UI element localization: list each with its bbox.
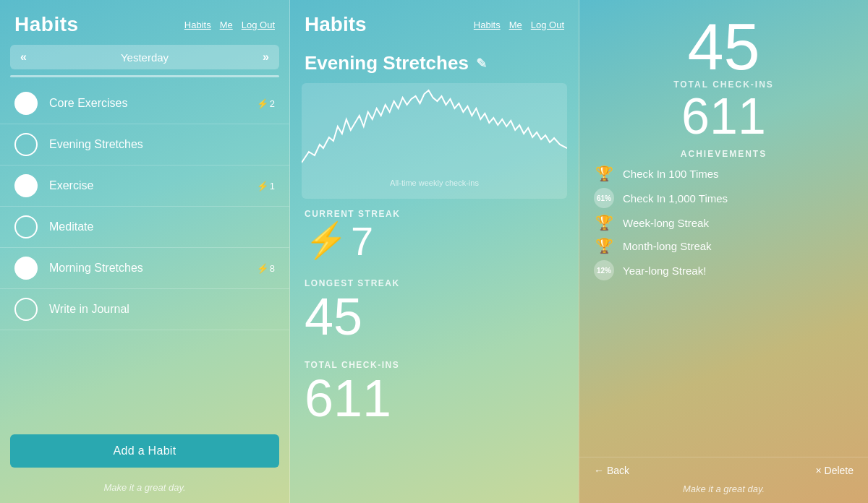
date-next-arrow[interactable]: » xyxy=(263,51,269,64)
trophy-icon: 🏆 xyxy=(594,165,614,182)
chart-label: All-time weekly check-ins xyxy=(302,177,567,192)
achievement-item: 12%Year-long Streak! xyxy=(594,260,854,280)
date-label: Yesterday xyxy=(121,51,169,64)
right-top-number: 45 xyxy=(579,0,868,79)
add-habit-button[interactable]: Add a Habit xyxy=(10,434,279,468)
habit-circle xyxy=(14,215,38,238)
back-link[interactable]: ← Back xyxy=(594,465,629,476)
middle-nav-logout[interactable]: Log Out xyxy=(531,20,564,30)
habit-name: Meditate xyxy=(49,220,275,233)
habit-name: Morning Stretches xyxy=(49,262,257,275)
habit-circle xyxy=(14,298,38,321)
achievement-item: 🏆Month-long Streak xyxy=(594,237,854,254)
right-checkins-value: 611 xyxy=(579,91,868,142)
left-nav-logout[interactable]: Log Out xyxy=(242,20,275,30)
left-title: Habits xyxy=(14,13,79,36)
habit-name: Evening Stretches xyxy=(49,138,275,151)
chart-svg xyxy=(302,83,567,177)
habit-item[interactable]: Meditate xyxy=(0,207,289,248)
chart-area: All-time weekly check-ins xyxy=(302,83,567,199)
achievements-title: ACHIEVEMENTS xyxy=(594,149,854,159)
bolt-icon: ⚡ xyxy=(305,222,348,260)
habit-item[interactable]: Morning Stretches⚡8 xyxy=(0,248,289,289)
achievement-name: Year-long Streak! xyxy=(623,265,706,277)
left-header: Habits Habits Me Log Out xyxy=(0,0,289,45)
middle-nav-me[interactable]: Me xyxy=(509,20,522,30)
trophy-icon: 🏆 xyxy=(594,214,614,231)
achievement-name: Month-long Streak xyxy=(623,240,712,252)
left-panel: Habits Habits Me Log Out « Yesterday » C… xyxy=(0,0,289,503)
right-footer: Make it a great day. xyxy=(579,481,868,503)
date-prev-arrow[interactable]: « xyxy=(20,51,27,64)
middle-panel: Habits Habits Me Log Out Evening Stretch… xyxy=(289,0,579,503)
middle-nav: Habits Me Log Out xyxy=(474,20,564,30)
habit-item[interactable]: Write in Journal xyxy=(0,289,289,330)
habit-streak: ⚡8 xyxy=(257,263,275,274)
habit-item[interactable]: Core Exercises⚡2 xyxy=(0,83,289,124)
current-streak-label: CURRENT STREAK xyxy=(305,209,564,219)
trophy-icon: 🏆 xyxy=(594,237,614,254)
achievements-list: 🏆Check In 100 Times61%Check In 1,000 Tim… xyxy=(594,165,854,280)
divider xyxy=(10,75,279,77)
habit-streak: ⚡2 xyxy=(257,98,275,109)
habit-circle xyxy=(14,174,38,197)
habit-name: Exercise xyxy=(49,179,257,192)
right-footer-nav: ← Back × Delete xyxy=(579,457,868,481)
total-checkins-value: 611 xyxy=(305,370,564,427)
achievements-section: ACHIEVEMENTS 🏆Check In 100 Times61%Check… xyxy=(579,149,868,457)
left-nav-me[interactable]: Me xyxy=(220,20,233,30)
habit-circle xyxy=(14,133,38,156)
habit-name: Core Exercises xyxy=(49,97,257,110)
bolt-icon: ⚡ xyxy=(257,263,268,274)
current-streak-section: CURRENT STREAK ⚡ 7 xyxy=(290,202,579,271)
bolt-icon: ⚡ xyxy=(257,181,268,192)
current-streak-value: ⚡ 7 xyxy=(305,219,564,264)
total-checkins-label: TOTAL CHECK-INS xyxy=(305,360,564,370)
edit-icon[interactable]: ✎ xyxy=(476,56,487,72)
habit-circle xyxy=(14,92,38,115)
longest-streak-value: 45 xyxy=(305,288,564,345)
left-nav-habits[interactable]: Habits xyxy=(184,20,211,30)
bolt-icon: ⚡ xyxy=(257,98,268,109)
middle-title: Habits xyxy=(305,13,367,36)
habit-list: Core Exercises⚡2Evening StretchesExercis… xyxy=(0,80,289,426)
habit-item[interactable]: Exercise⚡1 xyxy=(0,165,289,207)
middle-header: Habits Habits Me Log Out xyxy=(290,0,579,45)
progress-badge: 61% xyxy=(594,188,614,208)
middle-nav-habits[interactable]: Habits xyxy=(474,20,501,30)
habit-streak: ⚡1 xyxy=(257,181,275,192)
total-checkins-section: TOTAL CHECK-INS 611 xyxy=(290,353,579,434)
achievement-item: 🏆Week-long Streak xyxy=(594,214,854,231)
progress-badge: 12% xyxy=(594,260,614,280)
achievement-item: 🏆Check In 100 Times xyxy=(594,165,854,182)
achievement-name: Check In 1,000 Times xyxy=(623,192,728,205)
date-navigator: « Yesterday » xyxy=(10,45,279,69)
left-nav: Habits Me Log Out xyxy=(184,20,275,30)
delete-link[interactable]: × Delete xyxy=(815,465,854,476)
right-panel: 45 TOTAL CHECK-INS 611 ACHIEVEMENTS 🏆Che… xyxy=(579,0,868,503)
achievement-item: 61%Check In 1,000 Times xyxy=(594,188,854,208)
longest-streak-label: LONGEST STREAK xyxy=(305,278,564,288)
habit-item[interactable]: Evening Stretches xyxy=(0,124,289,165)
achievement-name: Check In 100 Times xyxy=(623,168,719,180)
achievement-name: Week-long Streak xyxy=(623,217,709,229)
left-footer: Make it a great day. xyxy=(0,476,289,503)
habit-circle xyxy=(14,257,38,280)
longest-streak-section: LONGEST STREAK 45 xyxy=(290,271,579,353)
habit-detail-name: Evening Stretches ✎ xyxy=(290,45,579,79)
habit-name: Write in Journal xyxy=(49,303,275,316)
